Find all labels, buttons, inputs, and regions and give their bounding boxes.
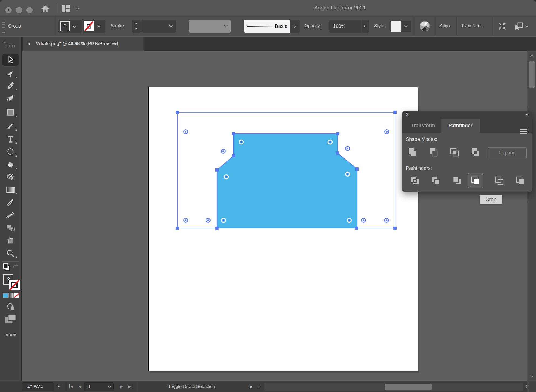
horizontal-scrollbar[interactable] <box>264 383 523 391</box>
draw-mode-button[interactable] <box>6 303 15 311</box>
isolate-selected-object-icon[interactable] <box>497 21 507 31</box>
exclude-button[interactable] <box>471 147 480 157</box>
recolor-artwork-icon[interactable] <box>420 21 430 31</box>
brush-dropdown-chevron[interactable] <box>290 20 300 33</box>
tool-puppet-warp[interactable] <box>2 209 19 221</box>
select-similar-objects-icon[interactable] <box>514 21 524 31</box>
tool-zoom[interactable] <box>2 247 19 259</box>
scroll-down-icon[interactable] <box>530 374 534 378</box>
anchor-handle[interactable] <box>355 227 358 230</box>
swap-fill-stroke-icon[interactable] <box>12 264 18 271</box>
stroke-weight-stepper[interactable] <box>132 20 141 33</box>
horizontal-scrollbar-thumb[interactable] <box>385 384 432 390</box>
scroll-up-icon[interactable] <box>530 55 534 58</box>
opacity-expand-arrow[interactable] <box>361 20 369 33</box>
color-mode-button[interactable] <box>3 293 8 298</box>
style-swatch[interactable] <box>391 21 401 32</box>
document-tab[interactable]: × Whale.png* @ 49.88 % (RGB/Preview) <box>23 37 144 51</box>
vertical-scrollbar[interactable] <box>527 51 536 381</box>
tool-pen[interactable] <box>2 80 19 92</box>
anchor-handle[interactable] <box>336 132 339 135</box>
toolbar-expand-button[interactable]: » <box>3 39 5 44</box>
expand-button[interactable]: Expand <box>488 147 527 158</box>
panel-collapse-icon[interactable]: « <box>526 112 528 117</box>
zoom-level-chevron-icon[interactable] <box>57 384 60 387</box>
tool-selection[interactable] <box>2 54 19 66</box>
panel-close-icon[interactable]: × <box>406 112 409 117</box>
zoom-level-field[interactable]: 49.88% <box>22 382 54 391</box>
opacity-input[interactable]: 100% <box>329 20 361 33</box>
tool-artboard[interactable] <box>2 235 19 246</box>
anchor-handle[interactable] <box>355 167 359 171</box>
tool-blend[interactable] <box>2 222 19 234</box>
default-fill-stroke-icon[interactable] <box>3 263 10 272</box>
status-menu-arrow-icon[interactable]: ▶ <box>250 384 253 389</box>
home-icon[interactable] <box>41 5 49 12</box>
vertical-scrollbar-thumb[interactable] <box>529 61 535 88</box>
tool-paintbrush[interactable] <box>2 120 19 132</box>
artboard[interactable] <box>149 87 418 371</box>
merge-button[interactable] <box>452 176 462 185</box>
none-mode-button[interactable] <box>14 293 19 298</box>
minus-back-button[interactable] <box>515 176 525 185</box>
anchor-handle[interactable] <box>176 111 179 114</box>
first-artboard-icon[interactable]: ◀ <box>69 384 73 388</box>
close-window-button[interactable] <box>5 7 12 13</box>
next-artboard-icon[interactable]: ▶ <box>120 384 123 388</box>
tool-direct-selection[interactable] <box>2 67 19 79</box>
panel-menu-icon[interactable] <box>520 129 527 134</box>
trim-button[interactable] <box>431 176 441 185</box>
screen-mode-button[interactable] <box>5 314 16 323</box>
crop-button[interactable] <box>471 176 480 185</box>
tool-curvature[interactable] <box>2 93 19 104</box>
anchor-handle[interactable] <box>393 111 397 114</box>
intersect-button[interactable] <box>450 147 459 157</box>
minus-front-button[interactable] <box>429 147 438 157</box>
anchor-handle[interactable] <box>232 154 235 157</box>
outline-button[interactable] <box>494 176 504 185</box>
divide-button[interactable] <box>410 176 420 185</box>
canvas[interactable] <box>22 51 527 381</box>
brush-definition-dropdown[interactable]: Basic <box>244 20 290 33</box>
edit-toolbar-button[interactable] <box>6 334 17 336</box>
tool-eraser[interactable] <box>2 159 19 171</box>
anchor-handle[interactable] <box>393 227 397 230</box>
tool-rotate[interactable] <box>2 146 19 158</box>
select-similar-chevron-icon[interactable] <box>525 24 529 28</box>
tool-shape-builder[interactable] <box>2 171 19 183</box>
status-message[interactable]: Toggle Direct Selection <box>140 384 243 389</box>
selected-shape[interactable] <box>217 134 357 228</box>
tool-type[interactable] <box>2 133 19 145</box>
last-artboard-icon[interactable]: ▶ <box>128 384 132 388</box>
tool-eyedropper[interactable] <box>2 197 19 208</box>
align-link[interactable]: Align <box>440 23 450 29</box>
stroke-indicator[interactable] <box>9 280 20 290</box>
unite-button[interactable] <box>408 147 417 157</box>
arrange-documents-icon[interactable] <box>62 5 70 12</box>
stroke-weight-label[interactable]: Stroke: <box>111 23 125 29</box>
stroke-color-swatch[interactable] <box>84 21 94 31</box>
anchor-handle[interactable] <box>215 168 219 172</box>
tool-rectangle[interactable] <box>2 106 19 118</box>
controlbar-grip[interactable] <box>2 20 5 33</box>
anchor-handle[interactable] <box>176 227 179 230</box>
gradient-mode-button[interactable] <box>8 293 14 298</box>
style-chevron[interactable] <box>402 21 411 32</box>
anchor-handle[interactable] <box>215 227 219 230</box>
close-document-icon[interactable]: × <box>28 41 31 47</box>
anchor-handle[interactable] <box>232 132 235 135</box>
width-profile-dropdown[interactable] <box>189 20 231 33</box>
toolbar-grip[interactable] <box>6 45 16 47</box>
fill-color-swatch[interactable]: ? <box>60 21 70 31</box>
tab-transform[interactable]: Transform <box>405 119 441 133</box>
tool-gradient[interactable] <box>2 184 19 196</box>
artboard-view[interactable] <box>22 51 527 381</box>
transform-link[interactable]: Transform <box>461 23 482 29</box>
scroll-left-icon[interactable] <box>259 385 262 388</box>
stroke-weight-dropdown[interactable] <box>141 20 176 33</box>
previous-artboard-icon[interactable]: ◀ <box>78 384 81 388</box>
opacity-label[interactable]: Opacity: <box>304 23 321 29</box>
arrange-documents-chevron-icon[interactable] <box>75 6 79 10</box>
anchor-handle[interactable] <box>336 151 339 155</box>
zoom-window-button[interactable] <box>26 7 33 13</box>
